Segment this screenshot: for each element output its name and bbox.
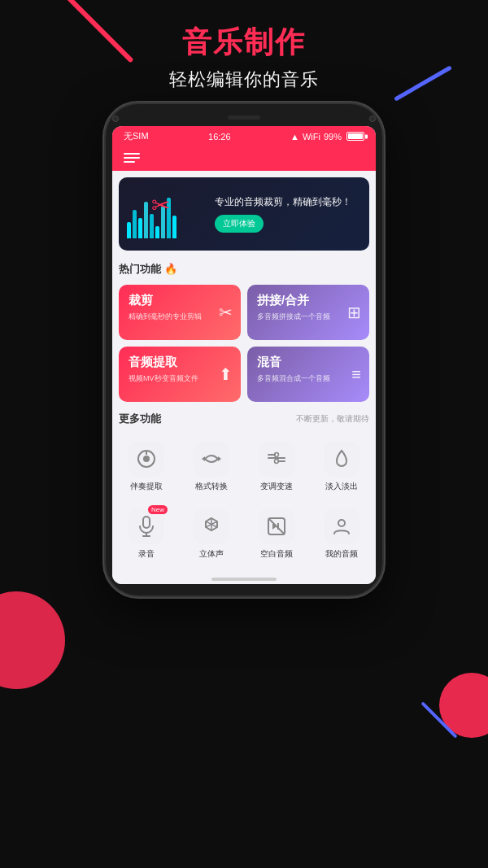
banner-button[interactable]: 立即体验 xyxy=(215,215,264,233)
hot-section-header: 热门功能 🔥 xyxy=(119,262,369,277)
banner-visual: ✂ xyxy=(127,185,208,242)
extract-icon: ⬆ xyxy=(219,364,233,384)
svg-point-9 xyxy=(275,460,279,464)
banner-text: 专业的音频裁剪，精确到毫秒！ 立即体验 xyxy=(208,195,361,233)
page-subtitle: 轻松编辑你的音乐 xyxy=(0,68,488,92)
silence-label: 空白音频 xyxy=(260,548,293,560)
hot-card-crop[interactable]: 裁剪 精确到毫秒的专业剪辑 ✂ xyxy=(119,285,241,340)
more-header-row: 更多功能 不断更新，敬请期待 xyxy=(119,412,369,426)
svg-marker-3 xyxy=(218,456,221,461)
record-icon-wrap: New xyxy=(129,508,164,544)
pitch-icon-wrap xyxy=(259,441,294,477)
hot-card-mix-label: 混音 xyxy=(257,355,359,370)
svg-line-19 xyxy=(268,518,285,534)
merge-icon: ⊞ xyxy=(347,303,361,322)
banner: ✂ 专业的音频裁剪，精确到毫秒！ 立即体验 xyxy=(119,177,369,251)
more-item-pitch[interactable]: 变调变速 xyxy=(246,434,307,499)
hot-card-merge-label: 拼接/合并 xyxy=(257,293,359,308)
eq-bar xyxy=(155,226,159,238)
myaudio-icon-wrap xyxy=(324,508,359,544)
new-badge: New xyxy=(148,505,168,514)
fade-icon xyxy=(331,448,352,469)
hot-card-extract-label: 音频提取 xyxy=(129,355,231,370)
menu-button[interactable] xyxy=(124,153,140,163)
pitch-icon xyxy=(266,448,287,469)
page-header: 音乐制作 轻松编辑你的音乐 xyxy=(0,0,488,104)
format-icon xyxy=(201,448,222,469)
silence-icon xyxy=(266,516,287,537)
hot-card-merge[interactable]: 拼接/合并 多音频拼接成一个音频 ⊞ xyxy=(247,285,369,340)
silence-icon-wrap xyxy=(259,508,294,544)
phone-camera-area xyxy=(112,116,376,124)
phone-screen: 无SIM 16:26 ▲ WiFi 99% xyxy=(112,126,376,584)
accompany-icon-wrap xyxy=(129,441,164,477)
format-icon-wrap xyxy=(194,441,229,477)
hamburger-line-2 xyxy=(124,157,140,159)
deco-circle-2 xyxy=(439,673,488,738)
hot-section-title: 热门功能 🔥 xyxy=(119,262,177,277)
stereo-label: 立体声 xyxy=(199,548,224,560)
hot-features-grid: 裁剪 精确到毫秒的专业剪辑 ✂ 拼接/合并 多音频拼接成一个音频 ⊞ 音频提取 … xyxy=(112,285,376,407)
page-title: 音乐制作 xyxy=(0,23,488,63)
stereo-icon xyxy=(201,516,222,537)
more-item-silence[interactable]: 空白音频 xyxy=(246,502,307,566)
svg-marker-4 xyxy=(202,456,205,461)
eq-bar xyxy=(133,210,137,238)
time-label: 16:26 xyxy=(208,132,231,142)
home-bar xyxy=(211,578,277,581)
phone-frame: 无SIM 16:26 ▲ WiFi 99% xyxy=(106,104,382,595)
banner-title: 专业的音频裁剪，精确到毫秒！ xyxy=(215,195,361,209)
battery-icon xyxy=(346,132,364,141)
hamburger-line-3 xyxy=(124,161,135,163)
accompany-icon xyxy=(136,448,157,469)
accompany-label: 伴奏提取 xyxy=(130,481,163,492)
record-label: 录音 xyxy=(138,548,155,560)
phone-speaker xyxy=(228,116,260,120)
hot-card-extract-desc: 视频MV秒变音频文件 xyxy=(129,373,231,384)
deco-circle-1 xyxy=(0,591,65,689)
record-icon xyxy=(137,516,155,537)
phone-home-area xyxy=(112,571,376,584)
hot-card-crop-desc: 精确到毫秒的专业剪辑 xyxy=(129,312,231,322)
mix-icon: ≡ xyxy=(351,365,361,384)
format-label: 格式转换 xyxy=(195,481,228,492)
svg-rect-5 xyxy=(268,457,285,459)
more-item-stereo[interactable]: 立体声 xyxy=(181,502,242,566)
more-item-accompany[interactable]: 伴奏提取 xyxy=(115,434,177,499)
hot-card-crop-label: 裁剪 xyxy=(129,293,231,308)
svg-point-8 xyxy=(275,453,279,457)
front-camera xyxy=(112,116,119,122)
status-right: ▲ WiFi 99% xyxy=(290,132,364,142)
more-section-header: 更多功能 不断更新，敬请期待 xyxy=(112,407,376,434)
fade-icon-wrap xyxy=(324,441,359,477)
stereo-icon-wrap xyxy=(194,508,229,544)
crop-icon: ✂ xyxy=(219,303,233,322)
hot-card-mix[interactable]: 混音 多音频混合成一个音频 ≡ xyxy=(247,347,369,402)
wifi-icon: WiFi xyxy=(303,132,320,142)
fade-label: 淡入淡出 xyxy=(325,481,358,492)
eq-bar xyxy=(144,202,148,238)
hot-card-mix-desc: 多音频混合成一个音频 xyxy=(257,373,359,384)
app-header xyxy=(112,146,376,171)
more-item-myaudio[interactable]: 我的音频 xyxy=(311,502,373,566)
hot-card-merge-desc: 多音频拼接成一个音频 xyxy=(257,312,359,322)
more-item-format[interactable]: 格式转换 xyxy=(181,434,242,499)
deco-line-3 xyxy=(420,701,457,738)
battery-percent: 99% xyxy=(324,132,342,142)
carrier-label: 无SIM xyxy=(124,130,149,142)
more-item-record[interactable]: New 录音 xyxy=(115,502,177,566)
hot-card-extract[interactable]: 音频提取 视频MV秒变音频文件 ⬆ xyxy=(119,347,241,402)
more-section-subtitle: 不断更新，敬请期待 xyxy=(296,413,369,425)
more-item-fade[interactable]: 淡入淡出 xyxy=(311,434,373,499)
more-section-title: 更多功能 xyxy=(119,412,161,426)
eq-bar xyxy=(127,222,131,238)
svg-point-20 xyxy=(338,520,345,526)
more-features-grid: 伴奏提取 格式转换 xyxy=(112,434,376,571)
hamburger-line-1 xyxy=(124,153,140,155)
pitch-label: 变调变速 xyxy=(260,481,293,492)
myaudio-icon xyxy=(331,516,352,537)
eq-bar xyxy=(172,216,176,238)
status-bar: 无SIM 16:26 ▲ WiFi 99% xyxy=(112,126,376,146)
svg-point-1 xyxy=(143,456,150,462)
signal-icon: ▲ xyxy=(290,132,299,142)
